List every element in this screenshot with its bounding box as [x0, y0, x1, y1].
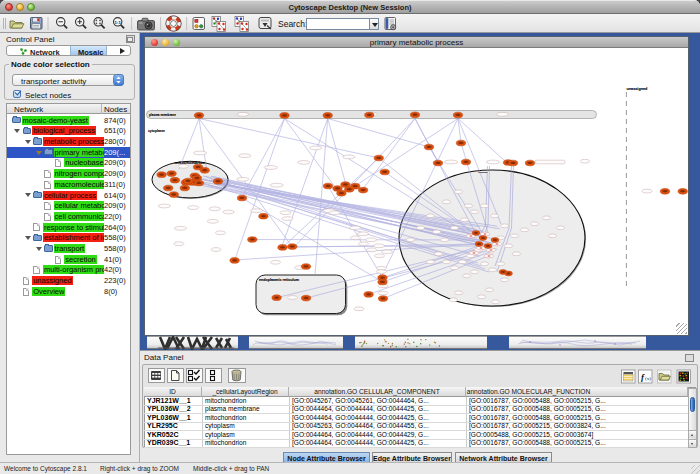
svg-text:plasma membrane: plasma membrane: [149, 113, 176, 117]
svg-text:1:1: 1:1: [115, 20, 122, 25]
svg-text:endoplasmic reticulum: endoplasmic reticulum: [259, 278, 300, 282]
svg-text:cytoplasm: cytoplasm: [148, 129, 165, 133]
svg-text:mitochondrion: mitochondrion: [175, 160, 206, 165]
svg-text:(x): (x): [645, 376, 651, 381]
svg-text:unassigned: unassigned: [627, 87, 649, 91]
